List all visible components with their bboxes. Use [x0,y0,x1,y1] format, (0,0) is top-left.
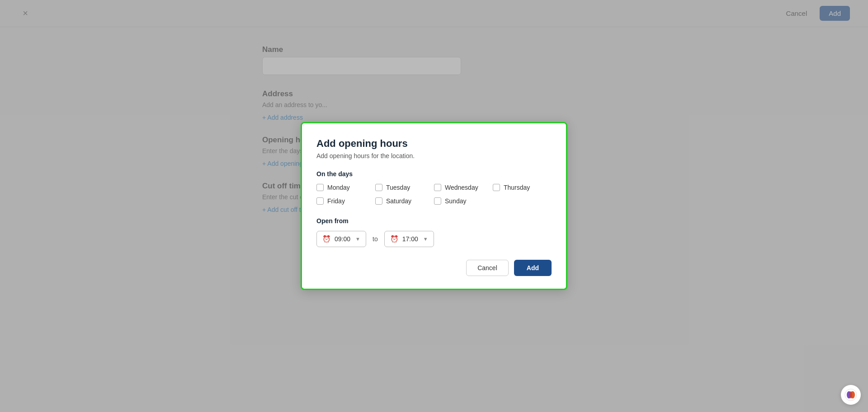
clock-from-icon: ⏰ [322,235,331,243]
open-from-section: Open from ⏰ 09:00 ▼ to ⏰ 17:00 ▼ [316,217,552,247]
tuesday-label: Tuesday [386,184,410,191]
sunday-checkbox[interactable] [434,197,441,205]
friday-label: Friday [327,197,345,205]
day-saturday[interactable]: Saturday [375,197,434,205]
svg-point-3 [849,391,852,398]
modal-cancel-button[interactable]: Cancel [466,260,509,276]
day-tuesday[interactable]: Tuesday [375,184,434,191]
friday-checkbox[interactable] [316,197,324,205]
day-sunday[interactable]: Sunday [434,197,493,205]
logo-badge [841,385,861,405]
saturday-checkbox[interactable] [375,197,382,205]
time-from-caret-icon: ▼ [355,236,360,242]
thursday-label: Thursday [504,184,530,191]
clock-to-icon: ⏰ [390,235,399,243]
saturday-label: Saturday [386,197,411,205]
wednesday-label: Wednesday [445,184,478,191]
modal-overlay: Add opening hours Add opening hours for … [0,0,868,412]
time-to-caret-icon: ▼ [423,236,428,242]
day-monday[interactable]: Monday [316,184,375,191]
modal-description: Add opening hours for the location. [316,152,552,159]
day-friday[interactable]: Friday [316,197,375,205]
add-opening-hours-modal: Add opening hours Add opening hours for … [301,122,567,290]
on-the-days-label: On the days [316,170,552,178]
monday-label: Monday [327,184,350,191]
open-from-label: Open from [316,217,552,225]
sunday-label: Sunday [445,197,466,205]
time-to-select[interactable]: ⏰ 17:00 ▼ [384,231,434,247]
day-wednesday[interactable]: Wednesday [434,184,493,191]
time-from-select[interactable]: ⏰ 09:00 ▼ [316,231,366,247]
wednesday-checkbox[interactable] [434,184,441,191]
time-row: ⏰ 09:00 ▼ to ⏰ 17:00 ▼ [316,231,552,247]
time-from-value: 09:00 [335,235,352,243]
monday-checkbox[interactable] [316,184,324,191]
tuesday-checkbox[interactable] [375,184,382,191]
modal-add-button[interactable]: Add [514,260,552,276]
time-to-value: 17:00 [402,235,420,243]
days-grid: Monday Tuesday Wednesday Thursday Friday [316,184,552,205]
modal-footer: Cancel Add [316,260,552,276]
modal-title: Add opening hours [316,138,552,150]
to-label: to [373,235,378,243]
thursday-checkbox[interactable] [493,184,500,191]
app-logo-icon [844,389,857,401]
day-thursday[interactable]: Thursday [493,184,552,191]
